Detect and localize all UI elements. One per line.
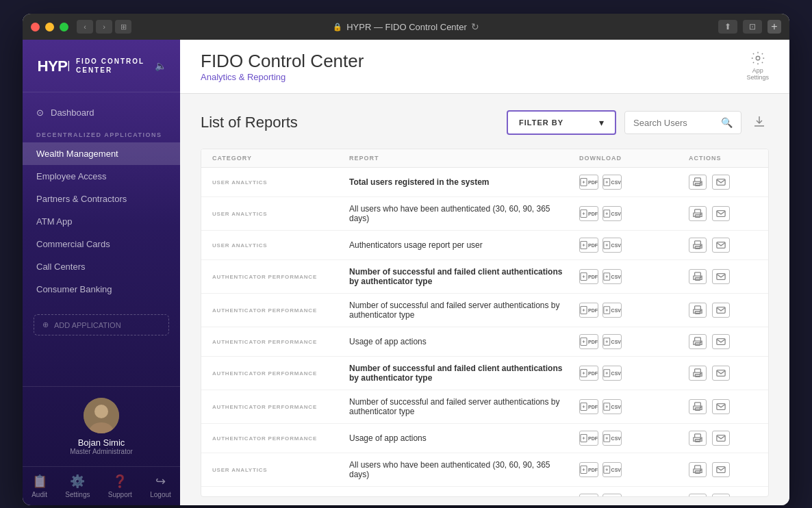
print-button[interactable] [689,334,707,349]
email-button[interactable] [712,334,730,349]
print-button[interactable] [689,462,707,477]
tab-button[interactable]: ⊞ [115,20,131,34]
svg-point-21 [700,245,701,246]
print-button[interactable] [689,303,707,318]
download-csv-button[interactable]: CSV [602,366,622,381]
print-button[interactable] [689,269,707,284]
svg-rect-31 [695,306,701,309]
email-button[interactable] [712,462,730,477]
download-pdf-button[interactable]: PDF [579,238,598,253]
table-row: USER ANALYTICS All users who have been a… [201,453,768,487]
sidebar-item-partners-contractors[interactable]: Partners & Contractors [23,188,180,210]
maximize-button[interactable] [60,23,68,31]
audit-button[interactable]: 📋 Audit [31,474,47,498]
filter-by-button[interactable]: FILTER BY ▾ [507,110,616,135]
back-button[interactable]: ‹ [77,20,93,34]
sidebar-item-commercial-cards[interactable]: Commercial Cards [23,233,180,255]
email-button[interactable] [712,366,730,381]
cell-actions [689,206,757,221]
settings-button[interactable]: ⚙️ Settings [65,474,90,498]
cell-category: AUTHENTICATOR PERFORMANCE [212,307,349,314]
download-pdf-button[interactable]: PDF [579,334,598,349]
download-csv-button[interactable]: CSV [602,334,622,349]
logout-button[interactable]: ↪ Logout [150,474,171,498]
minimize-button[interactable] [45,23,54,31]
download-csv-button[interactable]: CSV [602,494,622,496]
titlebar-title: 🔒 HYPR — FIDO Control Center ↻ [333,21,479,32]
table-row: AUTHENTICATOR PERFORMANCE Usage of app a… [201,327,768,357]
download-pdf-button[interactable]: PDF [579,462,598,477]
app-settings-button[interactable]: AppSettings [746,51,769,81]
support-button[interactable]: ❓ Support [108,474,132,498]
cell-actions [689,431,757,446]
download-pdf-button[interactable]: PDF [579,494,598,496]
print-button[interactable] [689,238,707,253]
lock-icon: 🔒 [333,23,342,31]
svg-point-45 [700,373,701,374]
topbar: FIDO Control Center Analytics & Reportin… [180,40,789,94]
download-pdf-button[interactable]: PDF [579,431,598,446]
svg-point-63 [700,470,701,470]
download-pdf-button[interactable]: PDF [579,206,598,221]
download-csv-button[interactable]: CSV [602,206,622,221]
print-button[interactable] [689,206,707,221]
print-button[interactable] [689,494,707,496]
table-scroll[interactable]: USER ANALYTICS Total users registered in… [201,168,768,496]
email-button[interactable] [712,238,730,253]
cell-category: AUTHENTICATOR PERFORMANCE [212,274,349,280]
svg-point-9 [700,182,701,183]
print-button[interactable] [689,399,707,414]
download-csv-button[interactable]: CSV [602,462,622,477]
print-button[interactable] [689,175,707,190]
svg-rect-50 [696,408,700,411]
download-pdf-button[interactable]: PDF [579,269,598,284]
add-application-button[interactable]: ⊕ ADD APPLICATION [34,314,169,335]
search-input[interactable] [633,118,715,128]
cell-category: USER ANALYTICS [212,211,349,217]
download-csv-button[interactable]: CSV [602,175,622,190]
download-pdf-button[interactable]: PDF [579,366,598,381]
sidebar-item-call-centers[interactable]: Call Centers [23,255,180,278]
email-button[interactable] [712,494,730,496]
share-button[interactable]: ⬆ [718,20,737,34]
sidebar-item-employee-access[interactable]: Employee Access [23,165,180,188]
close-button[interactable] [31,23,40,31]
download-pdf-button[interactable]: PDF [579,399,598,414]
new-tab-button[interactable]: + [767,20,781,34]
email-button[interactable] [712,269,730,284]
sidebar-item-dashboard[interactable]: ⊙ Dashboard [23,101,180,125]
forward-button[interactable]: › [96,20,112,34]
email-button[interactable] [712,399,730,414]
sidebar-item-atm-app[interactable]: ATM App [23,210,180,233]
download-all-button[interactable] [750,112,769,134]
cell-download: PDF CSV [579,269,689,284]
header-controls: FILTER BY ▾ 🔍 [507,110,769,135]
download-pdf-button[interactable]: PDF [579,175,598,190]
reload-button[interactable]: ↻ [471,21,479,32]
cell-download: PDF CSV [579,431,689,446]
cell-category: AUTHENTICATOR PERFORMANCE [212,370,349,377]
print-button[interactable] [689,431,707,446]
email-button[interactable] [712,431,730,446]
cell-actions [689,494,757,496]
email-button[interactable] [712,303,730,318]
email-button[interactable] [712,175,730,190]
col-actions: ACTIONS [689,155,757,162]
download-csv-button[interactable]: CSV [602,303,622,318]
svg-point-51 [700,407,701,407]
svg-rect-8 [696,183,700,186]
print-button[interactable] [689,366,707,381]
download-csv-button[interactable]: CSV [602,399,622,414]
download-csv-button[interactable]: CSV [602,238,622,253]
email-button[interactable] [712,206,730,221]
volume-icon[interactable]: 🔈 [155,60,166,71]
download-pdf-button[interactable]: PDF [579,303,598,318]
download-csv-button[interactable]: CSV [602,431,622,446]
download-csv-button[interactable]: CSV [602,269,622,284]
table-row: USER ANALYTICS Authenticators usage repo… [201,487,768,496]
sidebar-item-consumer-banking[interactable]: Consumer Banking [23,278,180,301]
cell-download: PDF CSV [579,334,689,349]
split-view-button[interactable]: ⊡ [743,20,762,34]
sidebar-item-wealth-management[interactable]: Wealth Management [23,142,180,165]
main-content: FIDO Control Center Analytics & Reportin… [180,40,789,505]
